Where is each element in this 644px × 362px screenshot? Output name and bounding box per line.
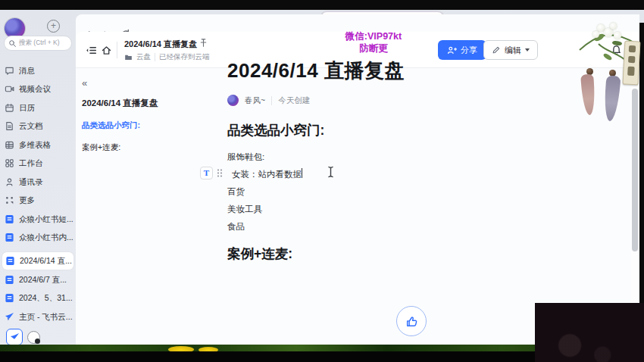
sidebar-item-home-tab[interactable]: 主页 - 飞书云... — [5, 308, 74, 326]
author-avatar[interactable] — [227, 95, 239, 106]
pin-icon[interactable] — [199, 38, 208, 48]
like-button[interactable] — [396, 306, 427, 336]
heading-cases: 案例+连麦: — [227, 245, 292, 263]
sidebar-doc-item-4[interactable]: 2024、5、31... — [5, 289, 74, 307]
pencil-icon — [492, 45, 501, 55]
outline-item-2[interactable]: 案例+连麦: — [82, 142, 218, 153]
sidebar-item-calendar[interactable]: 日历 — [5, 99, 74, 117]
webcam-overlay — [535, 303, 644, 362]
search-placeholder: 搜索 (Ctrl + K) — [19, 39, 60, 48]
body-line-1[interactable]: 服饰鞋包: — [227, 151, 264, 163]
outline-toggle-icon[interactable] — [83, 42, 98, 58]
sidebar-doc-item-1[interactable]: 众狼小红书短... — [5, 211, 74, 228]
folder-icon — [124, 53, 133, 61]
sidebar-item-messages[interactable]: 消息 — [5, 62, 74, 80]
sidebar-item-workbench[interactable]: 工作台 — [5, 154, 74, 172]
outline-item-1[interactable]: 品类选品小窍门: — [82, 120, 218, 131]
watermark-overlay: 微信:VIP97kt 防断更 — [309, 30, 438, 55]
sidebar-item-more[interactable]: 更多 — [5, 192, 74, 209]
text-caret — [302, 168, 302, 178]
notifications-bell-icon[interactable] — [608, 42, 624, 58]
page-title: 2024/6/14 直播复盘 — [227, 58, 564, 84]
document-body: 2024/6/14 直播复盘 春风~ 今天创建 — [227, 58, 564, 106]
sidebar-item-video-meeting[interactable]: 视频会议 — [5, 80, 74, 98]
text-cursor-icon — [327, 166, 336, 178]
sidebar-doc-item-3[interactable]: 2024/6/7 直... — [5, 271, 74, 289]
document-title: 2024/6/14 直播复盘 — [124, 39, 197, 50]
save-status: 已经保存到云端 — [159, 52, 210, 62]
sidebar-doc-item-2[interactable]: 众狼小红书内... — [5, 229, 74, 246]
screen: + — ✕ ✕ 海量资源：97kt.com — [0, 0, 644, 362]
outline-collapse-button[interactable]: « — [82, 77, 218, 89]
search-input[interactable]: 搜索 (Ctrl + K) — [4, 36, 72, 51]
workspace-secondary-button[interactable] — [27, 331, 40, 344]
thumb-up-icon — [405, 315, 418, 328]
workspace-feishu-button[interactable] — [6, 329, 23, 345]
sidebar-item-contacts[interactable]: 通讯录 — [5, 173, 74, 191]
home-icon[interactable] — [98, 42, 114, 58]
chevron-down-icon — [525, 48, 530, 51]
body-line-3[interactable]: 百货 — [227, 186, 245, 198]
document-outline: « 2024/6/14 直播复盘 品类选品小窍门: 案例+连麦: — [82, 77, 218, 153]
sidebar-doc-item-current[interactable]: 2024/6/14 直... — [2, 252, 73, 270]
scrollbar-thumb[interactable] — [632, 89, 638, 251]
body-line-2[interactable]: 女装：站内看数据 — [232, 169, 302, 180]
author-name[interactable]: 春风~ — [245, 95, 265, 106]
body-line-5[interactable]: 食品 — [227, 221, 245, 232]
new-tab-button[interactable]: + — [47, 20, 60, 33]
body-line-4[interactable]: 美妆工具 — [227, 204, 262, 215]
doc-location[interactable]: 云盘 — [136, 52, 151, 62]
heading-categories: 品类选品小窍门: — [227, 121, 324, 139]
sidebar: 搜索 (Ctrl + K) 消息 视频会议 日历 云文档 多维表格 工作台 — [0, 32, 76, 345]
created-time: 今天创建 — [278, 95, 310, 106]
sidebar-item-docs[interactable]: 云文档 — [5, 117, 74, 135]
top-frame-bar — [0, 0, 644, 10]
outline-doc-title: 2024/6/14 直播复盘 — [82, 98, 218, 109]
block-type-button[interactable]: T — [200, 167, 213, 179]
drag-handle-icon[interactable] — [216, 168, 224, 178]
sidebar-item-bitable[interactable]: 多维表格 — [5, 136, 74, 154]
